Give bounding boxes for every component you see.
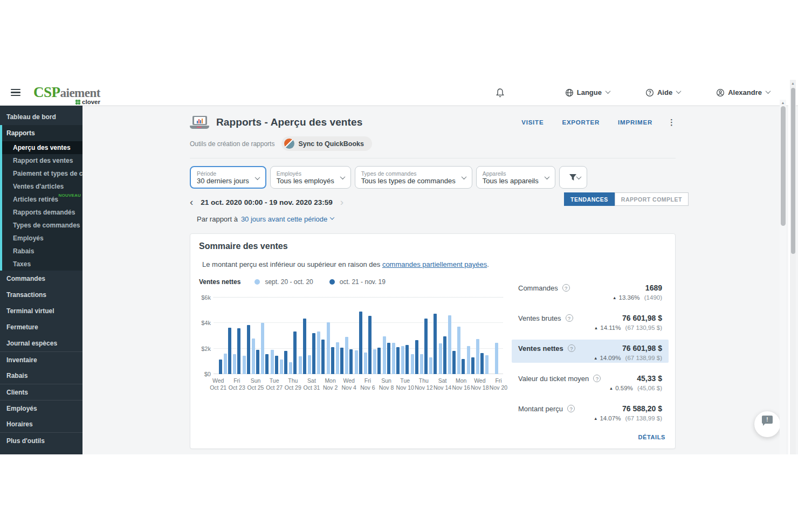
- sidebar-item-label: Articles retirés: [13, 196, 58, 203]
- date-range-label[interactable]: 21 oct. 2020 00:00 - 19 nov. 2020 23:59: [201, 198, 332, 206]
- scroll-up-icon[interactable]: ▲: [780, 100, 786, 105]
- sidebar-item-employes[interactable]: Employés: [0, 400, 82, 416]
- visit-button[interactable]: VISITE: [521, 119, 544, 126]
- filter-appareils[interactable]: AppareilsTous les appareils: [476, 166, 555, 189]
- x-tick-label: SunOct 25: [247, 377, 264, 391]
- sidebar-item-plus-d-outils[interactable]: Plus d'outils: [0, 432, 82, 448]
- next-period-button[interactable]: ›: [340, 197, 343, 208]
- chart-slot: SatOct 31: [307, 298, 316, 374]
- scrollbar-thumb[interactable]: [781, 106, 786, 226]
- sidebar-item-tableau-de-bord[interactable]: Tableau de bord: [0, 109, 82, 125]
- export-button[interactable]: EXPORTER: [562, 119, 600, 126]
- feedback-button[interactable]: !: [754, 411, 780, 437]
- sidebar-item-horaires[interactable]: Horaires: [0, 416, 82, 432]
- chart-slot: WedNov 18: [475, 298, 484, 374]
- bar-current-period: [275, 356, 278, 374]
- notifications-icon[interactable]: [496, 88, 505, 98]
- stat-top-line: Valeur du ticket moyen?45,33 $: [518, 374, 662, 383]
- help-icon[interactable]: ?: [593, 375, 601, 382]
- logo-csp: CSP: [33, 84, 60, 100]
- sidebar-item-types-de-commandes[interactable]: Types de commandes: [0, 219, 82, 232]
- bar-previous-period: [457, 327, 460, 374]
- more-menu-icon[interactable]: ⋮: [668, 118, 676, 127]
- sidebar-item-terminal-virtuel[interactable]: Terminal virtuel: [0, 303, 82, 319]
- sidebar-item-rapports[interactable]: Rapports: [0, 125, 82, 141]
- content-scrollbar[interactable]: ▲: [780, 100, 786, 454]
- bar-previous-period: [364, 353, 367, 374]
- stat-ventes-brutes[interactable]: Ventes brutes?76 601,98 $▲14.11% (67 130…: [512, 309, 669, 333]
- sidebar-item-inventaire[interactable]: Inventaire: [0, 351, 82, 368]
- tab-rapport-complet[interactable]: RAPPORT COMPLET: [615, 192, 689, 206]
- stat-valeur-du-ticket-moyen[interactable]: Valeur du ticket moyen?45,33 $▲0.59% (45…: [512, 370, 669, 393]
- bar-current-period: [387, 343, 390, 374]
- stat-top-line: Ventes brutes?76 601,98 $: [518, 314, 662, 322]
- tab-tendances[interactable]: TENDANCES: [564, 192, 615, 206]
- compare-period-link[interactable]: 30 jours avant cette période: [241, 215, 327, 223]
- sidebar-item-transactions[interactable]: Transactions: [0, 287, 82, 303]
- help-icon[interactable]: ?: [568, 344, 575, 352]
- filter-periode[interactable]: Période30 derniers jours: [190, 166, 266, 189]
- sync-quickbooks-button[interactable]: Sync to QuickBooks: [281, 136, 372, 151]
- chart-slot: WedNov 4: [345, 298, 354, 374]
- stat-ventes-nettes[interactable]: Ventes nettes?76 601,98 $▲14.09% (67 138…: [512, 340, 669, 363]
- sidebar-item-label: Rabais: [13, 247, 34, 255]
- chart-slot: [410, 298, 419, 374]
- filter-employes[interactable]: EmployésTous les employés: [270, 166, 351, 189]
- filter-funnel-button[interactable]: [559, 166, 587, 189]
- sidebar-item-apercu-des-ventes[interactable]: Aperçu des ventes: [0, 141, 82, 154]
- sidebar-item-label: Rabais: [6, 372, 27, 379]
- language-menu[interactable]: Langue: [565, 88, 610, 97]
- up-arrow-icon: ▲: [613, 295, 616, 300]
- stat-previous-value: (1490): [643, 294, 662, 301]
- bar-previous-period: [383, 336, 386, 374]
- stat-montant-percu[interactable]: Montant perçu?76 588,20 $▲14.07% (67 138…: [512, 400, 669, 423]
- scroll-up-icon[interactable]: ▲: [790, 80, 796, 85]
- filter-value: Tous les appareils: [483, 177, 549, 185]
- chart-slot: TueNov 10: [401, 298, 410, 374]
- bar-current-period: [396, 347, 400, 374]
- sidebar-item-commandes[interactable]: Commandes: [0, 271, 82, 287]
- sidebar-item-rapports-demandes[interactable]: Rapports demandés: [0, 206, 82, 219]
- help-menu[interactable]: Aide: [645, 88, 680, 97]
- bar-current-period: [256, 350, 259, 374]
- sidebar-item-taxes[interactable]: Taxes: [0, 258, 82, 271]
- scrollbar-thumb[interactable]: [791, 88, 795, 254]
- sidebar-item-rabais[interactable]: Rabais: [0, 368, 82, 384]
- details-link[interactable]: DÉTAILS: [638, 434, 665, 440]
- partially-paid-link[interactable]: commandes partiellement payées: [382, 260, 487, 268]
- sidebar-item-rapport-des-ventes[interactable]: Rapport des ventes: [0, 154, 82, 167]
- logo[interactable]: CSPaiement clover: [33, 85, 100, 100]
- x-tick-label: SatNov 14: [434, 377, 451, 391]
- sidebar-item-rabais[interactable]: Rabais: [0, 245, 82, 258]
- help-icon[interactable]: ?: [567, 405, 575, 412]
- page-scrollbar[interactable]: ▲: [788, 80, 796, 454]
- sidebar-item-paiement-et-types-de-c[interactable]: Paiement et types de c.: [0, 167, 82, 180]
- sidebar-item-clients[interactable]: Clients: [0, 384, 82, 400]
- menu-icon[interactable]: [11, 89, 20, 96]
- bar-current-period: [471, 357, 474, 374]
- x-tick-label: MonNov 2: [323, 377, 338, 391]
- sidebar-item-label: Plus d'outils: [6, 437, 45, 445]
- help-icon[interactable]: ?: [562, 284, 570, 292]
- sidebar-item-ventes-d-articles[interactable]: Ventes d'articles: [0, 180, 82, 193]
- bar-current-period: [219, 360, 222, 374]
- bar-current-period: [265, 354, 269, 374]
- legend-previous-label: sept. 20 - oct. 20: [265, 278, 313, 286]
- chevron-down-icon: [330, 215, 334, 219]
- account-menu[interactable]: Alexandre: [716, 88, 770, 97]
- help-icon[interactable]: ?: [566, 314, 573, 322]
- chart-slot: SunOct 25: [251, 298, 260, 374]
- sidebar-item-journal-especes[interactable]: Journal espèces: [0, 335, 82, 351]
- sidebar-item-employes[interactable]: Employés: [0, 232, 82, 245]
- chart-legend: Ventes nettes sept. 20 - oct. 20 oct. 21…: [199, 278, 386, 286]
- filter-types-de-commandes[interactable]: Types de commandesTous les types de comm…: [355, 166, 472, 189]
- sidebar-item-articles-retires[interactable]: Articles retirésNOUVEAU: [0, 193, 82, 206]
- previous-period-button[interactable]: ‹: [190, 197, 193, 208]
- stat-commandes[interactable]: Commandes?1689▲13.36% (1490): [512, 279, 669, 302]
- print-button[interactable]: IMPRIMER: [618, 119, 652, 126]
- sidebar-item-fermeture[interactable]: Fermeture: [0, 319, 82, 335]
- bar-previous-period: [299, 356, 302, 374]
- bar-previous-period: [308, 355, 311, 375]
- clover-label: clover: [82, 99, 100, 106]
- bar-current-period: [247, 325, 250, 374]
